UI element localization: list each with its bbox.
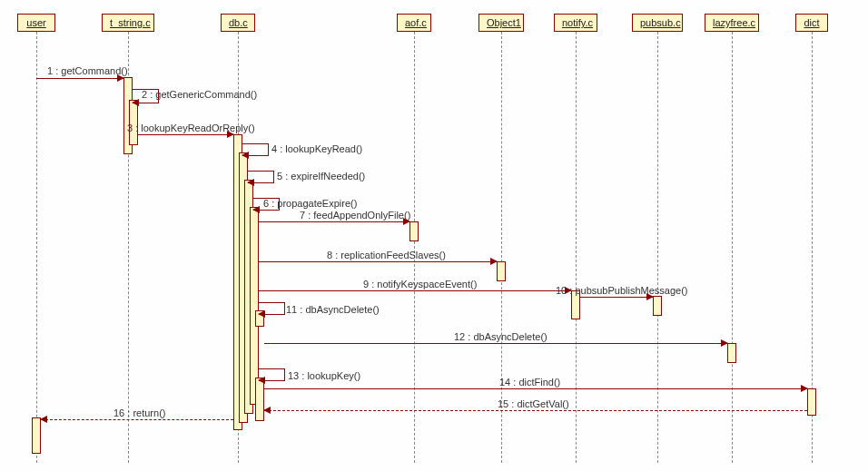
message-arrow [259, 221, 409, 222]
message-arrow [580, 297, 653, 298]
message-label: 13 : lookupKey() [288, 370, 360, 381]
participant-pubsub: pubsub.c [632, 14, 683, 32]
lifeline [732, 32, 733, 463]
message-label: 7 : feedAppendOnlyFile() [300, 210, 410, 221]
participant-aof: aof.c [397, 14, 431, 32]
activation [32, 417, 41, 454]
lifeline [36, 32, 37, 463]
activation [409, 221, 419, 241]
activation [255, 378, 264, 421]
message-arrow [264, 343, 727, 344]
participant-t-string: t_string.c [102, 14, 154, 32]
message-label: 9 : notifyKeyspaceEvent() [363, 279, 477, 289]
message-label: 14 : dictFind() [499, 377, 560, 388]
message-label: 11 : dbAsyncDelete() [286, 304, 380, 315]
message-arrow [36, 78, 123, 79]
message-arrow [264, 388, 807, 389]
activation [807, 388, 816, 416]
lifeline [414, 32, 415, 463]
message-label: 5 : expireIfNeeded() [277, 171, 365, 182]
activation [727, 343, 736, 363]
message-label: 10 : pubsubPublishMessage() [556, 285, 688, 296]
activation [497, 261, 506, 281]
lifeline [657, 32, 658, 463]
message-return [41, 419, 233, 420]
lifeline [576, 32, 577, 463]
participant-dict: dict [795, 14, 828, 32]
activation [250, 207, 259, 405]
message-label: 8 : replicationFeedSlaves() [327, 250, 446, 260]
message-arrow [138, 134, 233, 135]
message-label: 16 : return() [113, 407, 165, 418]
message-self [259, 302, 285, 315]
message-arrow [259, 290, 571, 291]
message-label: 6 : propagateExpire() [263, 198, 357, 209]
message-label: 15 : dictGetVal() [498, 398, 569, 409]
message-self [248, 171, 274, 183]
participant-object1: Object1 [478, 14, 524, 32]
message-label: 3 : lookupKeyReadOrReply() [127, 123, 255, 133]
participant-lazyfree: lazyfree.c [705, 14, 759, 32]
participant-notify: notify.c [554, 14, 597, 32]
message-label: 12 : dbAsyncDelete() [454, 331, 547, 342]
message-label: 4 : lookupKeyRead() [271, 143, 362, 154]
participant-db: db.c [221, 14, 255, 32]
message-arrow [259, 261, 497, 262]
participant-user: user [17, 14, 55, 32]
message-self [242, 143, 269, 156]
message-self [259, 368, 285, 381]
message-return [264, 410, 807, 411]
message-label: 1 : getCommand() [47, 65, 128, 76]
activation [653, 296, 662, 316]
message-label: 2 : getGenericCommand() [142, 89, 257, 100]
